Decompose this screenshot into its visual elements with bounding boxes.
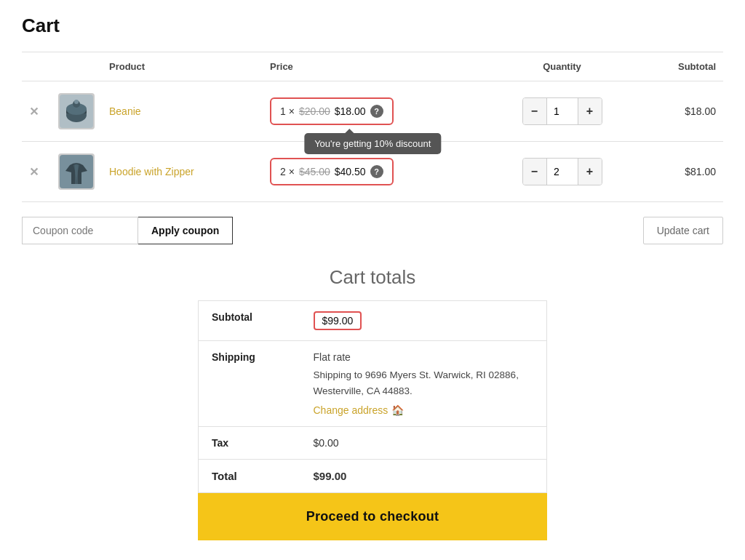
- remove-hoodie-button[interactable]: ✕: [29, 165, 39, 179]
- beanie-price-box: 1 × $20.00 $18.00 ? You're getting 10% d…: [270, 97, 394, 125]
- shipping-info-cell: Flat rate Shipping to 9696 Myers St. War…: [300, 341, 547, 427]
- beanie-tooltip: You're getting 10% discount: [304, 133, 441, 154]
- beanie-qty-mult: 1 ×: [280, 105, 295, 117]
- subtotal-value: $99.00: [314, 311, 362, 330]
- apply-coupon-button[interactable]: Apply coupon: [138, 217, 233, 244]
- proceed-to-checkout-button[interactable]: Proceed to checkout: [198, 493, 547, 540]
- beanie-qty-control: − +: [522, 97, 602, 125]
- remove-beanie-button[interactable]: ✕: [29, 105, 39, 119]
- update-cart-button[interactable]: Update cart: [643, 217, 723, 244]
- coupon-row: Apply coupon Update cart: [22, 217, 723, 244]
- tax-value: $0.00: [300, 427, 547, 460]
- hoodie-price-current: $40.50: [335, 166, 366, 177]
- tax-row: Tax $0.00: [199, 427, 547, 460]
- subtotal-value-cell: $99.00: [300, 301, 547, 341]
- cart-totals-section: Cart totals Subtotal $99.00 Shipping Fla…: [22, 266, 723, 540]
- col-product: Product: [102, 52, 263, 81]
- hoodie-qty-plus[interactable]: +: [578, 159, 602, 185]
- beanie-product-link[interactable]: Beanie: [109, 105, 141, 117]
- hoodie-price-box: 2 × $45.00 $40.50 ?: [270, 158, 394, 185]
- svg-rect-7: [75, 165, 78, 184]
- location-icon: 🏠: [391, 404, 404, 416]
- hoodie-qty-control: − +: [522, 158, 602, 185]
- change-address-label: Change address: [314, 404, 389, 416]
- total-label: Total: [199, 460, 300, 493]
- beanie-image: [58, 93, 95, 129]
- beanie-help-icon[interactable]: ?: [370, 105, 383, 118]
- subtotal-row: Subtotal $99.00: [199, 301, 547, 341]
- beanie-price-original: $20.00: [299, 105, 330, 117]
- total-row: Total $99.00: [199, 460, 547, 493]
- hoodie-price-original: $45.00: [299, 166, 330, 177]
- hoodie-subtotal: $81.00: [639, 142, 723, 202]
- hoodie-product-link[interactable]: Hoodie with Zipper: [109, 166, 194, 177]
- beanie-qty-input[interactable]: [546, 98, 578, 124]
- hoodie-image: [58, 153, 95, 190]
- table-row: ✕ Beanie 1 ×: [22, 81, 723, 142]
- cart-table: Product Price Quantity Subtotal ✕: [22, 52, 723, 202]
- beanie-qty-minus[interactable]: −: [523, 98, 546, 124]
- svg-point-5: [74, 100, 79, 104]
- shipping-label: Shipping: [199, 341, 300, 427]
- total-value: $99.00: [300, 460, 547, 493]
- hoodie-qty-minus[interactable]: −: [523, 159, 546, 185]
- beanie-price-current: $18.00: [335, 105, 366, 117]
- shipping-address: Shipping to 9696 Myers St. Warwick, RI 0…: [314, 367, 534, 399]
- cart-totals-table: Subtotal $99.00 Shipping Flat rate Shipp…: [198, 300, 547, 493]
- col-quantity: Quantity: [485, 52, 638, 81]
- cart-totals-title: Cart totals: [330, 266, 416, 289]
- coupon-input[interactable]: [22, 217, 138, 244]
- subtotal-label: Subtotal: [199, 301, 300, 341]
- shipping-type: Flat rate: [314, 351, 534, 363]
- hoodie-qty-input[interactable]: [546, 159, 578, 185]
- hoodie-help-icon[interactable]: ?: [370, 165, 383, 178]
- col-price: Price: [263, 52, 485, 81]
- shipping-row: Shipping Flat rate Shipping to 9696 Myer…: [199, 341, 547, 427]
- beanie-price-cell: 1 × $20.00 $18.00 ? You're getting 10% d…: [263, 81, 485, 142]
- hoodie-qty-mult: 2 ×: [280, 166, 295, 177]
- change-address-link[interactable]: Change address 🏠: [314, 404, 405, 416]
- page-title: Cart: [22, 15, 723, 37]
- col-subtotal: Subtotal: [639, 52, 723, 81]
- beanie-qty-plus[interactable]: +: [578, 98, 602, 124]
- tax-label: Tax: [199, 427, 300, 460]
- beanie-subtotal: $18.00: [639, 81, 723, 142]
